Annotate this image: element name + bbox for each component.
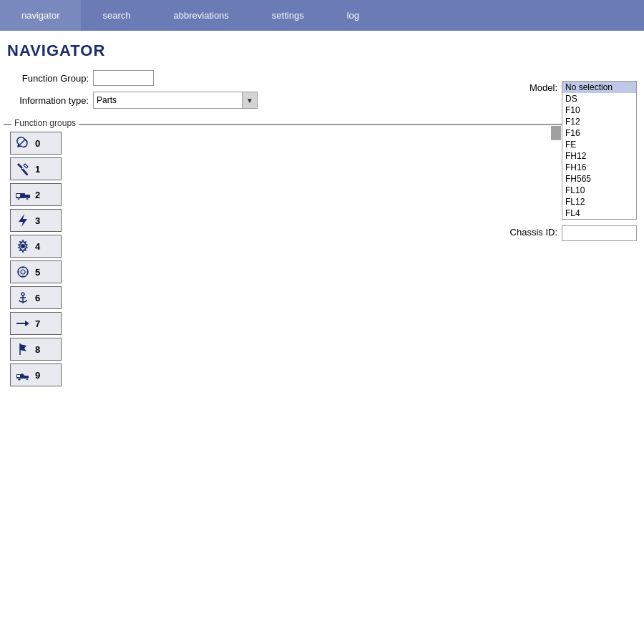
model-label: Model:: [501, 81, 562, 93]
fg-number-1: 1: [35, 164, 40, 175]
fg-number-5: 5: [35, 267, 40, 278]
model-option-f12[interactable]: F12: [562, 116, 636, 127]
svg-marker-18: [25, 321, 29, 326]
model-listbox[interactable]: No selection DS F10 F12 F16 FE FH12 FH16…: [562, 81, 637, 220]
svg-rect-2: [25, 195, 30, 198]
model-option-f16[interactable]: F16: [562, 127, 636, 139]
fg-number-9: 9: [35, 370, 40, 381]
chassis-id-input[interactable]: [562, 225, 637, 241]
svg-point-8: [18, 267, 28, 277]
svg-rect-3: [16, 194, 20, 197]
main-content: NAVIGATOR Function Group: Information ty…: [0, 31, 644, 122]
nav-item-search[interactable]: search: [81, 0, 152, 31]
model-option-ds[interactable]: DS: [562, 93, 636, 104]
svg-rect-24: [17, 375, 20, 377]
fg-button-1[interactable]: 1: [10, 157, 62, 180]
fg-button-6[interactable]: 6: [10, 286, 62, 309]
scrollbar-thumb[interactable]: [551, 126, 561, 140]
model-option-fl12[interactable]: FL12: [562, 196, 636, 208]
function-groups-title: Function groups: [11, 118, 79, 128]
svg-point-7: [21, 244, 25, 248]
bolt-icon: [14, 212, 32, 229]
information-type-select-wrapper: Parts Repair Wiring Service ▼: [93, 92, 258, 109]
circle-gear-icon: [14, 263, 32, 280]
fg-button-5[interactable]: 5: [10, 260, 62, 283]
svg-point-9: [21, 270, 25, 274]
fg-button-3[interactable]: 3: [10, 209, 62, 232]
svg-point-23: [26, 379, 29, 381]
model-option-fh12[interactable]: FH12: [562, 150, 636, 162]
anchor-icon: [14, 289, 32, 306]
model-option-fl4[interactable]: FL4: [562, 208, 636, 219]
fg-number-7: 7: [35, 318, 40, 329]
tractor-icon: [14, 366, 32, 384]
page-title: NAVIGATOR: [7, 42, 637, 60]
svg-point-4: [18, 198, 20, 200]
nav-item-navigator[interactable]: navigator: [0, 0, 81, 31]
function-group-label: Function Group:: [7, 73, 93, 84]
model-option-fh565[interactable]: FH565: [562, 173, 636, 185]
model-option-fl10[interactable]: FL10: [562, 185, 636, 196]
information-type-select[interactable]: Parts Repair Wiring Service: [93, 92, 258, 109]
fg-number-4: 4: [35, 241, 40, 252]
nav-item-log[interactable]: log: [326, 0, 381, 31]
model-option-fe[interactable]: FE: [562, 139, 636, 150]
svg-rect-21: [24, 376, 29, 379]
model-option-fh16[interactable]: FH16: [562, 162, 636, 173]
fg-button-0[interactable]: 0: [10, 132, 62, 155]
fg-button-2[interactable]: 2: [10, 183, 62, 206]
fg-number-6: 6: [35, 293, 40, 303]
fg-button-9[interactable]: 9: [10, 364, 62, 386]
svg-point-22: [18, 378, 21, 381]
model-option-f10[interactable]: F10: [562, 104, 636, 116]
information-type-label: Information type:: [7, 95, 93, 106]
function-group-input[interactable]: [93, 70, 154, 86]
fg-number-8: 8: [35, 344, 40, 355]
fg-number-2: 2: [35, 190, 40, 200]
gear-icon: [14, 238, 32, 255]
flag-icon: [14, 341, 32, 358]
svg-point-5: [26, 198, 29, 200]
model-option-no-selection[interactable]: No selection: [562, 82, 636, 93]
wrench-icon: [14, 135, 32, 152]
function-group-buttons: 0 1: [4, 125, 561, 392]
fg-button-8[interactable]: 8: [10, 338, 62, 361]
arrow-icon: [14, 315, 32, 332]
svg-marker-6: [19, 214, 27, 227]
fg-number-3: 3: [35, 215, 40, 226]
fg-button-4[interactable]: 4: [10, 235, 62, 258]
tools-icon: [14, 160, 32, 177]
nav-item-settings[interactable]: settings: [250, 0, 326, 31]
navigation-bar: navigator search abbreviations settings …: [0, 0, 644, 31]
svg-point-14: [21, 293, 24, 296]
nav-item-abbreviations[interactable]: abbreviations: [152, 0, 250, 31]
fg-number-0: 0: [35, 138, 40, 149]
truck-icon: [14, 186, 32, 203]
function-groups-section: Function groups 0: [4, 124, 562, 125]
fg-button-7[interactable]: 7: [10, 312, 62, 335]
